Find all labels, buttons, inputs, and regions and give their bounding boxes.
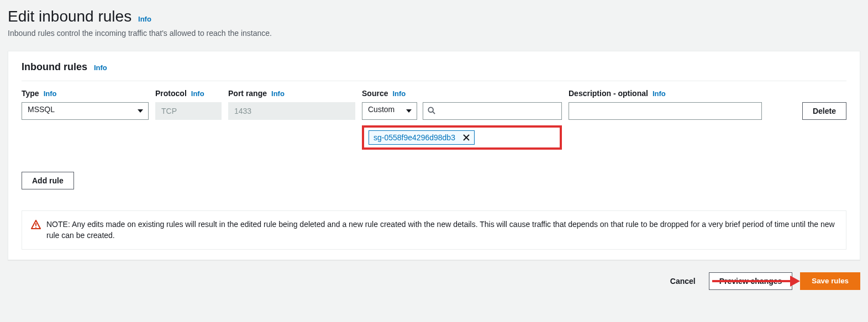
desc-info-link[interactable]: Info <box>653 89 666 98</box>
description-input[interactable] <box>569 102 762 120</box>
col-desc-text: Description - optional <box>569 89 648 98</box>
description-field <box>569 102 762 120</box>
svg-point-6 <box>35 227 36 228</box>
add-rule-button[interactable]: Add rule <box>22 172 74 189</box>
panel-header: Inbound rules Info <box>8 51 860 81</box>
col-source-text: Source <box>362 89 388 98</box>
col-port-label: Port range Info <box>228 89 355 98</box>
rules-grid: Type Info Protocol Info Port range Info … <box>22 81 846 150</box>
save-rules-button[interactable]: Save rules <box>800 272 860 290</box>
source-search-wrap <box>423 102 562 120</box>
col-protocol-label: Protocol Info <box>155 89 222 98</box>
delete-cell: Delete <box>769 102 846 120</box>
col-source-label: Source Info <box>362 89 562 98</box>
source-mode-value: Custom <box>362 102 417 120</box>
type-select-value: MSSQL <box>22 102 149 120</box>
source-info-link[interactable]: Info <box>392 89 406 98</box>
delete-button[interactable]: Delete <box>802 102 846 120</box>
source-search-input[interactable] <box>423 102 562 120</box>
port-range-input <box>228 102 355 120</box>
source-cell: Custom sg-0558f9e4296d98db3 <box>362 102 562 150</box>
source-tag-highlight: sg-0558f9e4296d98db3 <box>362 125 562 150</box>
col-type-label: Type Info <box>22 89 149 98</box>
protocol-input <box>155 102 222 120</box>
port-range-field <box>228 102 355 120</box>
add-rule-row: Add rule <box>22 172 846 189</box>
panel-title: Inbound rules <box>22 61 87 72</box>
source-mode-select[interactable]: Custom <box>362 102 417 120</box>
cancel-button[interactable]: Cancel <box>665 273 701 289</box>
col-desc-label: Description - optional Info <box>569 89 762 98</box>
security-group-tag: sg-0558f9e4296d98db3 <box>369 130 475 145</box>
footer-actions: Cancel Preview changes Save rules <box>8 272 860 290</box>
panel-body: Type Info Protocol Info Port range Info … <box>8 81 860 260</box>
protocol-field <box>155 102 222 120</box>
col-protocol-text: Protocol <box>155 89 187 98</box>
svg-point-0 <box>428 107 433 112</box>
port-info-link[interactable]: Info <box>271 89 285 98</box>
page-header: Edit inbound rules Info Inbound rules co… <box>8 8 860 38</box>
close-icon[interactable] <box>463 134 470 141</box>
note-text: NOTE: Any edits made on existing rules w… <box>46 219 837 241</box>
search-icon <box>428 107 435 114</box>
type-info-link[interactable]: Info <box>44 89 57 98</box>
page-title: Edit inbound rules <box>8 8 131 25</box>
preview-changes-button[interactable]: Preview changes <box>709 272 793 290</box>
col-type-text: Type <box>22 89 39 98</box>
page-info-link[interactable]: Info <box>138 15 151 23</box>
security-group-tag-label: sg-0558f9e4296d98db3 <box>373 133 455 142</box>
panel-info-link[interactable]: Info <box>94 64 107 72</box>
warning-icon <box>31 220 41 230</box>
type-select[interactable]: MSSQL <box>22 102 149 120</box>
note-box: NOTE: Any edits made on existing rules w… <box>22 210 846 250</box>
col-port-text: Port range <box>228 89 267 98</box>
protocol-info-link[interactable]: Info <box>191 89 204 98</box>
source-row: Custom <box>362 102 562 120</box>
page-subtitle: Inbound rules control the incoming traff… <box>8 29 860 38</box>
svg-line-1 <box>433 112 435 114</box>
inbound-rules-panel: Inbound rules Info Type Info Protocol In… <box>8 51 860 260</box>
